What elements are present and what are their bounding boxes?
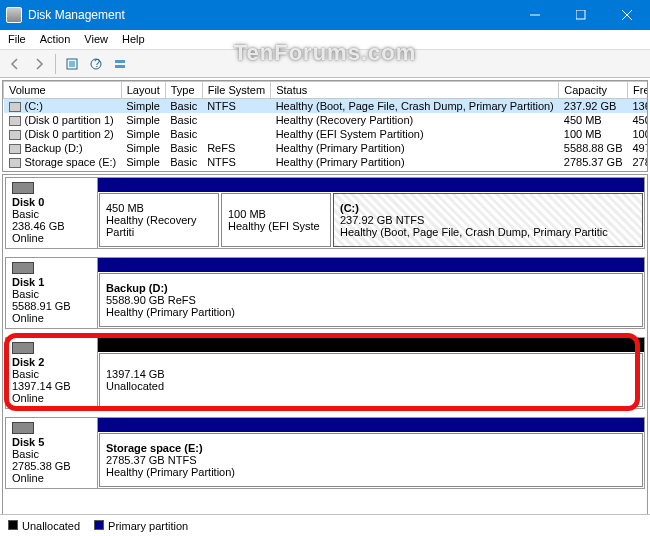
disk-label: Disk 0Basic238.46 GBOnline [6,178,98,248]
app-icon [6,7,22,23]
help-button[interactable]: ? [85,53,107,75]
disk-color-bar [98,258,644,272]
disk-partitions: Backup (D:)5588.90 GB ReFSHealthy (Prima… [98,258,644,328]
disk-label: Disk 5Basic2785.38 GBOnline [6,418,98,488]
disk-color-bar [98,418,644,432]
col-type[interactable]: Type [165,82,202,99]
col-status[interactable]: Status [271,82,559,99]
disk-row[interactable]: Disk 0Basic238.46 GBOnline450 MBHealthy … [5,177,645,249]
disk-row[interactable]: Disk 2Basic1397.14 GBOnline1397.14 GBUna… [5,337,645,409]
col-layout[interactable]: Layout [121,82,165,99]
refresh-button[interactable] [61,53,83,75]
partition[interactable]: 1397.14 GBUnallocated [99,353,643,407]
legend-unallocated: Unallocated [8,520,80,532]
disk-icon [12,422,34,434]
titlebar: Disk Management [0,0,650,30]
disk-graphical-view[interactable]: Disk 0Basic238.46 GBOnline450 MBHealthy … [2,174,648,514]
window-title: Disk Management [28,8,512,22]
swatch-blue-icon [94,520,104,530]
partition[interactable]: (C:)237.92 GB NTFSHealthy (Boot, Page Fi… [333,193,643,247]
disk-icon [12,182,34,194]
back-button[interactable] [4,53,26,75]
svg-rect-5 [69,61,75,67]
table-row[interactable]: (Disk 0 partition 2)SimpleBasicHealthy (… [4,127,649,141]
col-fs[interactable]: File System [202,82,270,99]
disk-row[interactable]: Disk 5Basic2785.38 GBOnlineStorage space… [5,417,645,489]
volume-icon [9,144,21,154]
volume-icon [9,158,21,168]
disk-label: Disk 2Basic1397.14 GBOnline [6,338,98,408]
legend-primary: Primary partition [94,520,188,532]
partition[interactable]: 100 MBHealthy (EFI Syste [221,193,331,247]
menu-file[interactable]: File [8,33,26,46]
table-row[interactable]: (Disk 0 partition 1)SimpleBasicHealthy (… [4,113,649,127]
forward-button[interactable] [28,53,50,75]
col-free[interactable]: Free Space [628,82,649,99]
col-volume[interactable]: Volume [4,82,122,99]
close-button[interactable] [604,0,650,30]
disk-color-bar [98,338,644,352]
toolbar: ? [0,50,650,78]
volume-list[interactable]: Volume Layout Type File System Status Ca… [2,80,648,172]
minimize-button[interactable] [512,0,558,30]
volume-icon [9,102,21,112]
svg-rect-1 [576,10,585,19]
svg-rect-9 [115,65,125,68]
toolbar-separator [55,54,56,74]
menu-help[interactable]: Help [122,33,145,46]
menu-bar: File Action View Help [0,30,650,50]
svg-text:?: ? [94,57,100,69]
volume-icon [9,116,21,126]
view-button[interactable] [109,53,131,75]
maximize-button[interactable] [558,0,604,30]
svg-rect-8 [115,60,125,63]
legend: Unallocated Primary partition [0,514,650,536]
table-row[interactable]: Storage space (E:)SimpleBasicNTFSHealthy… [4,155,649,169]
col-capacity[interactable]: Capacity [559,82,628,99]
swatch-black-icon [8,520,18,530]
disk-icon [12,262,34,274]
menu-view[interactable]: View [84,33,108,46]
disk-icon [12,342,34,354]
disk-color-bar [98,178,644,192]
partition[interactable]: 450 MBHealthy (Recovery Partiti [99,193,219,247]
table-row[interactable]: (C:)SimpleBasicNTFSHealthy (Boot, Page F… [4,99,649,114]
partition[interactable]: Storage space (E:)2785.37 GB NTFSHealthy… [99,433,643,487]
disk-row[interactable]: Disk 1Basic5588.91 GBOnlineBackup (D:)55… [5,257,645,329]
table-row[interactable]: Backup (D:)SimpleBasicReFSHealthy (Prima… [4,141,649,155]
disk-partitions: 1397.14 GBUnallocated [98,338,644,408]
partition[interactable]: Backup (D:)5588.90 GB ReFSHealthy (Prima… [99,273,643,327]
volume-icon [9,130,21,140]
disk-partitions: 450 MBHealthy (Recovery Partiti100 MBHea… [98,178,644,248]
menu-action[interactable]: Action [40,33,71,46]
content-area: Volume Layout Type File System Status Ca… [0,78,650,514]
disk-label: Disk 1Basic5588.91 GBOnline [6,258,98,328]
volume-table: Volume Layout Type File System Status Ca… [3,81,648,169]
disk-partitions: Storage space (E:)2785.37 GB NTFSHealthy… [98,418,644,488]
